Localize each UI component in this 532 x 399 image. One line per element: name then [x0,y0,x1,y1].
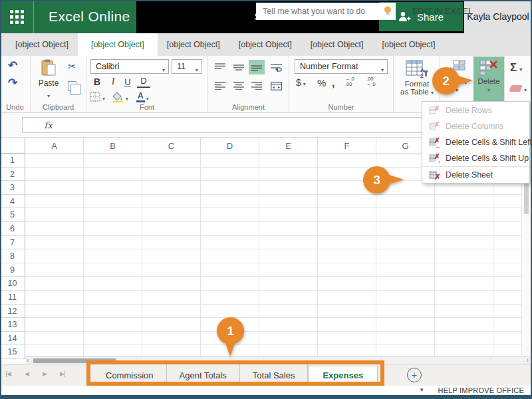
user-name[interactable]: Kayla Claypool [464,0,532,33]
clipboard-group: Paste Clipboard [31,56,86,112]
undo-button[interactable] [8,60,17,71]
align-center-icon [233,82,244,90]
font-group-label: Font [86,103,207,111]
ribbon-tab[interactable]: [object Object] [158,33,229,56]
fill-color-button[interactable] [112,91,128,103]
redo-button[interactable] [8,77,17,88]
copy-button[interactable] [68,81,76,91]
row-header[interactable]: 6 [0,222,25,236]
row-header[interactable]: 2 [0,168,25,182]
delete-menu-item[interactable]: Delete Cells & Shift Left [422,134,529,150]
merge-center-button[interactable] [268,78,284,93]
last-sheet-button[interactable] [60,371,65,377]
percent-button[interactable]: % [317,77,326,88]
double-underline-button[interactable]: D [137,76,150,88]
align-left-icon [215,82,225,90]
edit-in-excel-button[interactable]: EDIT IN EXCEL [412,0,473,23]
align-bottom-button[interactable] [249,60,265,74]
sheet-tab[interactable]: Total Sales [240,364,309,386]
new-sheet-button[interactable] [407,368,422,382]
comma-style-button[interactable]: , [332,77,334,89]
column-header[interactable]: A [25,138,84,154]
row-header[interactable]: 4 [0,195,25,209]
align-right-icon [251,82,262,90]
horizontal-scrollbar[interactable] [25,356,530,364]
sheet-tab[interactable]: Expenses [308,366,378,386]
row-header[interactable]: 15 [0,345,25,359]
wrap-text-button[interactable] [268,60,284,74]
column-header[interactable]: E [259,138,318,154]
currency-button[interactable]: $ [296,77,306,88]
select-all-corner[interactable] [0,137,25,154]
underline-button[interactable]: U [121,75,134,88]
autosum-button[interactable]: Σ [510,61,522,74]
cut-button[interactable] [68,61,76,71]
status-caret-icon[interactable] [420,386,424,393]
row-header[interactable]: 5 [0,208,25,222]
tell-me-input[interactable] [256,3,396,20]
caret-icon [102,91,105,103]
ribbon-tab[interactable]: [object Object] [373,33,445,56]
menu-item-icon [428,120,440,132]
align-top-button[interactable] [212,60,228,74]
font-family-value: Calibri [96,62,119,71]
sheet-tab[interactable]: Agent Totals [167,364,240,386]
first-sheet-button[interactable] [6,371,11,377]
scroll-right-arrow[interactable] [527,357,529,364]
app-launcher-button[interactable] [0,0,34,33]
vertical-scrollbar[interactable] [521,154,530,356]
decrease-decimal-button[interactable]: .00→.0 [366,76,376,87]
ribbon-tab[interactable]: [object Object] [229,33,301,56]
delete-menu-item[interactable]: Delete Sheet [422,166,529,182]
row-header[interactable]: 1 [0,154,25,168]
align-left-button[interactable] [212,78,228,93]
column-header[interactable]: F [318,138,376,154]
ribbon-tab[interactable]: [object Object] [78,33,158,56]
italic-button[interactable]: I [106,75,120,88]
column-header[interactable]: C [142,138,201,154]
font-size-select[interactable]: 11 [172,59,202,74]
cells-area[interactable] [25,154,532,359]
delete-button[interactable]: Delete [473,57,504,102]
font-color-button[interactable]: A [136,91,149,103]
fx-button[interactable]: fx [22,117,74,133]
borders-button[interactable] [90,91,105,103]
column-header[interactable]: D [201,138,259,154]
row-header[interactable]: 7 [0,236,25,250]
delete-menu-item[interactable]: Delete Rows [422,102,529,118]
delete-menu-item[interactable]: Delete Columns [422,118,529,134]
column-header[interactable]: B [84,138,142,154]
previous-sheet-button[interactable] [25,371,29,377]
scroll-left-arrow[interactable] [27,357,29,364]
increase-decimal-button[interactable]: ←.0.00 [345,76,354,87]
caret-icon [126,91,128,103]
ribbon-tab[interactable]: [object Object] [301,33,373,56]
paste-button[interactable]: Paste [35,59,63,107]
align-middle-icon [233,63,244,71]
clear-button[interactable] [510,82,527,94]
help-improve-office-link[interactable]: HELP IMPROVE OFFICE [438,386,524,394]
sheet-tab[interactable]: Commission [93,364,167,386]
row-header[interactable]: 10 [0,277,25,291]
align-middle-button[interactable] [231,60,247,74]
row-header[interactable]: 8 [0,249,25,263]
align-right-button[interactable] [249,78,265,93]
row-header[interactable]: 11 [0,291,25,305]
font-family-select[interactable]: Calibri [90,59,169,74]
horizontal-scroll-thumb[interactable] [33,358,116,363]
row-header[interactable]: 9 [0,263,25,277]
bold-button[interactable]: B [90,75,104,88]
merge-center-icon [271,82,282,90]
row-header[interactable]: 14 [0,332,25,346]
delete-menu-item[interactable]: Delete Cells & Shift Up [422,150,529,166]
number-format-select[interactable]: Number Format [295,59,388,74]
waffle-icon [10,10,24,24]
next-sheet-button[interactable] [43,371,47,377]
row-header[interactable]: 3 [0,181,25,195]
ribbon-tab[interactable]: [object Object] [6,33,78,56]
sheet-tab-bar: CommissionAgent TotalsTotal SalesExpense… [0,364,532,386]
row-header[interactable]: 12 [0,305,25,319]
align-center-button[interactable] [231,78,247,93]
menu-item-label: Delete Sheet [446,170,493,180]
row-header[interactable]: 13 [0,318,25,332]
